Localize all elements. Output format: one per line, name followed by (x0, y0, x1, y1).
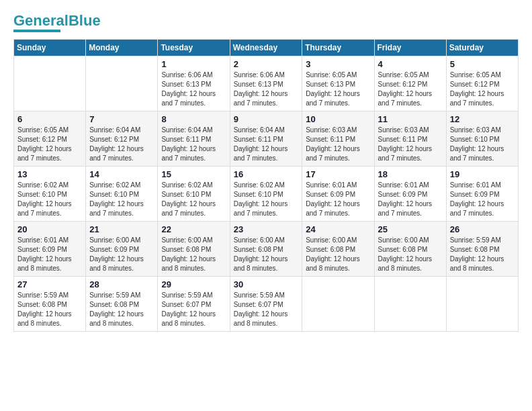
day-number: 20 (17, 224, 82, 234)
day-info: Sunrise: 5:59 AM Sunset: 6:08 PM Dayligh… (450, 236, 515, 273)
day-number: 1 (161, 59, 226, 69)
day-info: Sunrise: 6:01 AM Sunset: 6:09 PM Dayligh… (378, 181, 443, 218)
day-info: Sunrise: 6:05 AM Sunset: 6:12 PM Dayligh… (378, 71, 443, 108)
day-number: 29 (161, 279, 226, 289)
day-number: 14 (89, 169, 154, 179)
day-number: 8 (161, 114, 226, 124)
calendar-cell (86, 56, 158, 111)
logo-text: GeneralBlue (13, 13, 101, 28)
day-number: 22 (161, 224, 226, 234)
day-number: 13 (17, 169, 82, 179)
weekday-header-sunday: Sunday (14, 40, 86, 56)
calendar-cell: 2Sunrise: 6:06 AM Sunset: 6:13 PM Daylig… (230, 56, 302, 111)
day-info: Sunrise: 6:05 AM Sunset: 6:13 PM Dayligh… (306, 71, 370, 108)
day-info: Sunrise: 6:01 AM Sunset: 6:09 PM Dayligh… (306, 181, 370, 218)
day-number: 2 (234, 59, 299, 69)
day-info: Sunrise: 6:00 AM Sunset: 6:08 PM Dayligh… (234, 236, 299, 273)
day-info: Sunrise: 6:00 AM Sunset: 6:09 PM Dayligh… (89, 236, 154, 273)
calendar-header-row: SundayMondayTuesdayWednesdayThursdayFrid… (14, 40, 519, 56)
day-info: Sunrise: 5:59 AM Sunset: 6:08 PM Dayligh… (89, 291, 154, 328)
calendar-cell: 6Sunrise: 6:05 AM Sunset: 6:12 PM Daylig… (14, 111, 86, 167)
calendar-cell: 22Sunrise: 6:00 AM Sunset: 6:08 PM Dayli… (158, 222, 230, 277)
day-number: 3 (306, 59, 370, 69)
day-number: 21 (89, 224, 154, 234)
calendar-cell: 21Sunrise: 6:00 AM Sunset: 6:09 PM Dayli… (86, 222, 158, 277)
day-info: Sunrise: 6:05 AM Sunset: 6:12 PM Dayligh… (17, 126, 82, 163)
day-info: Sunrise: 6:00 AM Sunset: 6:08 PM Dayligh… (161, 236, 226, 273)
calendar-cell: 4Sunrise: 6:05 AM Sunset: 6:12 PM Daylig… (374, 56, 446, 111)
calendar-cell: 23Sunrise: 6:00 AM Sunset: 6:08 PM Dayli… (230, 222, 302, 277)
calendar-cell: 20Sunrise: 6:01 AM Sunset: 6:09 PM Dayli… (14, 222, 86, 277)
day-info: Sunrise: 6:04 AM Sunset: 6:11 PM Dayligh… (234, 126, 299, 163)
page-header: GeneralBlue (13, 13, 519, 32)
calendar-cell: 12Sunrise: 6:03 AM Sunset: 6:10 PM Dayli… (446, 111, 518, 167)
calendar-cell: 24Sunrise: 6:00 AM Sunset: 6:08 PM Dayli… (302, 222, 374, 277)
calendar-cell (374, 277, 446, 332)
day-info: Sunrise: 6:00 AM Sunset: 6:08 PM Dayligh… (378, 236, 443, 273)
day-number: 18 (378, 169, 443, 179)
day-info: Sunrise: 5:59 AM Sunset: 6:07 PM Dayligh… (161, 291, 226, 328)
day-number: 5 (450, 59, 515, 69)
weekday-header-friday: Friday (374, 40, 446, 56)
day-info: Sunrise: 5:59 AM Sunset: 6:07 PM Dayligh… (234, 291, 299, 328)
calendar-cell: 3Sunrise: 6:05 AM Sunset: 6:13 PM Daylig… (302, 56, 374, 111)
calendar-cell: 13Sunrise: 6:02 AM Sunset: 6:10 PM Dayli… (14, 167, 86, 222)
calendar-cell: 30Sunrise: 5:59 AM Sunset: 6:07 PM Dayli… (230, 277, 302, 332)
day-number: 19 (450, 169, 515, 179)
day-number: 12 (450, 114, 515, 124)
calendar-cell: 17Sunrise: 6:01 AM Sunset: 6:09 PM Dayli… (302, 167, 374, 222)
calendar-cell: 29Sunrise: 5:59 AM Sunset: 6:07 PM Dayli… (158, 277, 230, 332)
day-number: 17 (306, 169, 370, 179)
calendar-cell: 7Sunrise: 6:04 AM Sunset: 6:12 PM Daylig… (86, 111, 158, 167)
day-number: 30 (234, 279, 299, 289)
day-number: 23 (234, 224, 299, 234)
day-number: 9 (234, 114, 299, 124)
calendar-cell: 27Sunrise: 5:59 AM Sunset: 6:08 PM Dayli… (14, 277, 86, 332)
day-number: 4 (378, 59, 443, 69)
calendar-cell: 10Sunrise: 6:03 AM Sunset: 6:11 PM Dayli… (302, 111, 374, 167)
day-info: Sunrise: 6:01 AM Sunset: 6:09 PM Dayligh… (450, 181, 515, 218)
day-number: 28 (89, 279, 154, 289)
day-number: 16 (234, 169, 299, 179)
calendar-cell: 11Sunrise: 6:03 AM Sunset: 6:11 PM Dayli… (374, 111, 446, 167)
day-info: Sunrise: 6:02 AM Sunset: 6:10 PM Dayligh… (89, 181, 154, 218)
logo-general: General (13, 12, 69, 29)
logo-blue: Blue (69, 12, 101, 29)
calendar-week-row: 27Sunrise: 5:59 AM Sunset: 6:08 PM Dayli… (14, 277, 519, 332)
calendar-cell: 25Sunrise: 6:00 AM Sunset: 6:08 PM Dayli… (374, 222, 446, 277)
calendar-week-row: 6Sunrise: 6:05 AM Sunset: 6:12 PM Daylig… (14, 111, 519, 167)
day-info: Sunrise: 6:02 AM Sunset: 6:10 PM Dayligh… (17, 181, 82, 218)
calendar-week-row: 20Sunrise: 6:01 AM Sunset: 6:09 PM Dayli… (14, 222, 519, 277)
calendar-cell: 9Sunrise: 6:04 AM Sunset: 6:11 PM Daylig… (230, 111, 302, 167)
day-info: Sunrise: 6:03 AM Sunset: 6:10 PM Dayligh… (450, 126, 515, 163)
day-number: 6 (17, 114, 82, 124)
calendar-table: SundayMondayTuesdayWednesdayThursdayFrid… (13, 39, 519, 332)
calendar-cell: 5Sunrise: 6:05 AM Sunset: 6:12 PM Daylig… (446, 56, 518, 111)
calendar-cell: 15Sunrise: 6:02 AM Sunset: 6:10 PM Dayli… (158, 167, 230, 222)
weekday-header-wednesday: Wednesday (230, 40, 302, 56)
logo: GeneralBlue (13, 13, 101, 32)
day-number: 10 (306, 114, 370, 124)
day-number: 26 (450, 224, 515, 234)
day-info: Sunrise: 6:04 AM Sunset: 6:11 PM Dayligh… (161, 126, 226, 163)
weekday-header-tuesday: Tuesday (158, 40, 230, 56)
calendar-week-row: 13Sunrise: 6:02 AM Sunset: 6:10 PM Dayli… (14, 167, 519, 222)
calendar-cell (14, 56, 86, 111)
weekday-header-monday: Monday (86, 40, 158, 56)
day-info: Sunrise: 6:05 AM Sunset: 6:12 PM Dayligh… (450, 71, 515, 108)
day-info: Sunrise: 6:00 AM Sunset: 6:08 PM Dayligh… (306, 236, 370, 273)
day-number: 27 (17, 279, 82, 289)
calendar-cell (446, 277, 518, 332)
day-info: Sunrise: 5:59 AM Sunset: 6:08 PM Dayligh… (17, 291, 82, 328)
calendar-cell: 1Sunrise: 6:06 AM Sunset: 6:13 PM Daylig… (158, 56, 230, 111)
day-info: Sunrise: 6:01 AM Sunset: 6:09 PM Dayligh… (17, 236, 82, 273)
day-number: 7 (89, 114, 154, 124)
day-info: Sunrise: 6:02 AM Sunset: 6:10 PM Dayligh… (161, 181, 226, 218)
calendar-cell: 16Sunrise: 6:02 AM Sunset: 6:10 PM Dayli… (230, 167, 302, 222)
day-number: 11 (378, 114, 443, 124)
day-info: Sunrise: 6:03 AM Sunset: 6:11 PM Dayligh… (306, 126, 370, 163)
day-number: 25 (378, 224, 443, 234)
day-info: Sunrise: 6:04 AM Sunset: 6:12 PM Dayligh… (89, 126, 154, 163)
day-info: Sunrise: 6:02 AM Sunset: 6:10 PM Dayligh… (234, 181, 299, 218)
calendar-cell: 14Sunrise: 6:02 AM Sunset: 6:10 PM Dayli… (86, 167, 158, 222)
